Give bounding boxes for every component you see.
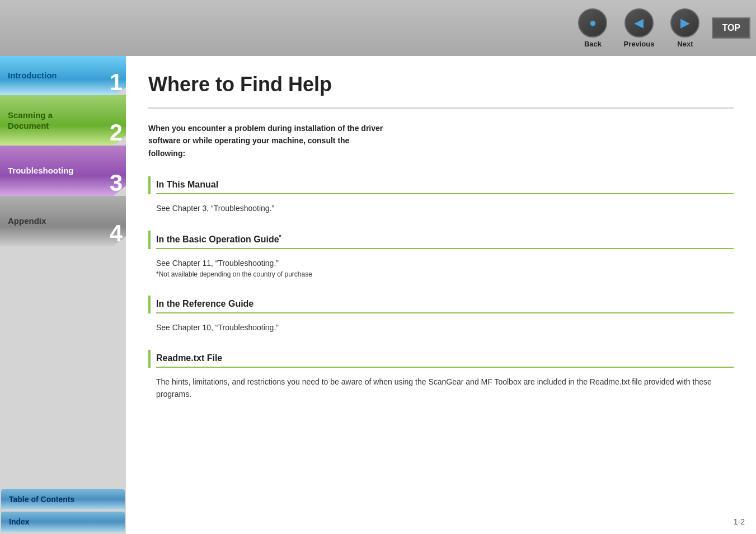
section-body-readme: The hints, limitations, and restrictions… [148, 376, 734, 401]
previous-circle: ◀ [624, 8, 654, 38]
back-button[interactable]: ● Back [571, 4, 614, 53]
previous-arrow-icon: ◀ [634, 16, 644, 30]
scanning-number: 2 [110, 121, 126, 146]
back-arrow-icon: ● [589, 16, 597, 30]
section-header-readme: Readme.txt File [148, 350, 734, 368]
section-header-in-this-manual: In This Manual [148, 176, 734, 194]
top-bar: ● Back ◀ Previous ▶ Next TOP [0, 0, 756, 56]
troubleshooting-number: 3 [110, 171, 126, 196]
intro-text: When you encounter a problem during inst… [148, 122, 383, 160]
next-circle: ▶ [670, 8, 699, 38]
section-in-this-manual: In This Manual See Chapter 3, “Troublesh… [148, 176, 734, 214]
section-border-3 [148, 296, 151, 313]
section-body-reference: See Chapter 10, “Troubleshooting.” [148, 321, 734, 334]
section-title-readme: Readme.txt File [156, 350, 734, 368]
section-border-2 [148, 231, 151, 249]
section-note-basic-op: *Not available depending on the country … [156, 269, 734, 280]
troubleshooting-label: Troubleshooting [0, 165, 74, 176]
introduction-number: 1 [110, 71, 126, 95]
main-content: Where to Find Help When you encounter a … [126, 56, 756, 534]
sidebar-item-scanning[interactable]: Scanning aDocument 2 [0, 95, 126, 146]
basic-op-heading-text: In the Basic Operation Guide [156, 235, 279, 244]
section-title-in-this-manual: In This Manual [156, 176, 734, 194]
appendix-label: Appendix [0, 216, 46, 227]
next-button[interactable]: ▶ Next [664, 4, 706, 53]
top-button[interactable]: TOP [712, 17, 750, 39]
section-header-reference: In the Reference Guide [148, 296, 734, 313]
table-of-contents-button[interactable]: Table of Contents [1, 489, 125, 509]
page-number: 1-2 [734, 517, 745, 526]
section-title-basic-op: In the Basic Operation Guide* [156, 231, 734, 249]
section-border-4 [148, 350, 151, 368]
back-circle: ● [578, 8, 607, 38]
previous-label: Previous [623, 40, 654, 48]
index-button[interactable]: Index [1, 512, 125, 532]
section-text-readme: The hints, limitations, and restrictions… [156, 376, 734, 401]
page-title: Where to Find Help [148, 73, 734, 96]
section-title-reference: In the Reference Guide [156, 296, 734, 313]
back-label: Back [584, 40, 602, 48]
section-header-basic-op: In the Basic Operation Guide* [148, 231, 734, 249]
section-body-basic-op: See Chapter 11, “Troubleshooting.” *Not … [148, 257, 734, 280]
next-label: Next [677, 40, 693, 48]
section-text-in-this-manual: See Chapter 3, “Troubleshooting.” [156, 202, 734, 214]
sidebar-item-introduction[interactable]: Introduction 1 [0, 56, 126, 95]
appendix-number: 4 [110, 222, 126, 246]
section-text-basic-op: See Chapter 11, “Troubleshooting.” [156, 257, 734, 269]
section-border-1 [148, 176, 151, 194]
scanning-label: Scanning aDocument [0, 110, 53, 132]
nav-buttons: ● Back ◀ Previous ▶ Next TOP [571, 4, 750, 53]
sidebar-bottom: Table of Contents Index [0, 489, 126, 534]
section-text-reference: See Chapter 10, “Troubleshooting.” [156, 321, 734, 334]
previous-button[interactable]: ◀ Previous [617, 4, 661, 53]
title-divider [148, 107, 734, 109]
section-reference-guide: In the Reference Guide See Chapter 10, “… [148, 296, 734, 334]
introduction-label: Introduction [0, 70, 57, 81]
basic-op-superscript: * [279, 234, 281, 240]
section-readme: Readme.txt File The hints, limitations, … [148, 350, 734, 401]
sidebar-spacer [0, 246, 126, 489]
next-arrow-icon: ▶ [680, 16, 690, 30]
sidebar: Introduction 1 Scanning aDocument 2 Trou… [0, 56, 126, 534]
sidebar-item-troubleshooting[interactable]: Troubleshooting 3 [0, 146, 126, 196]
section-basic-operation-guide: In the Basic Operation Guide* See Chapte… [148, 231, 734, 280]
section-body-in-this-manual: See Chapter 3, “Troubleshooting.” [148, 202, 734, 214]
sidebar-item-appendix[interactable]: Appendix 4 [0, 196, 126, 246]
